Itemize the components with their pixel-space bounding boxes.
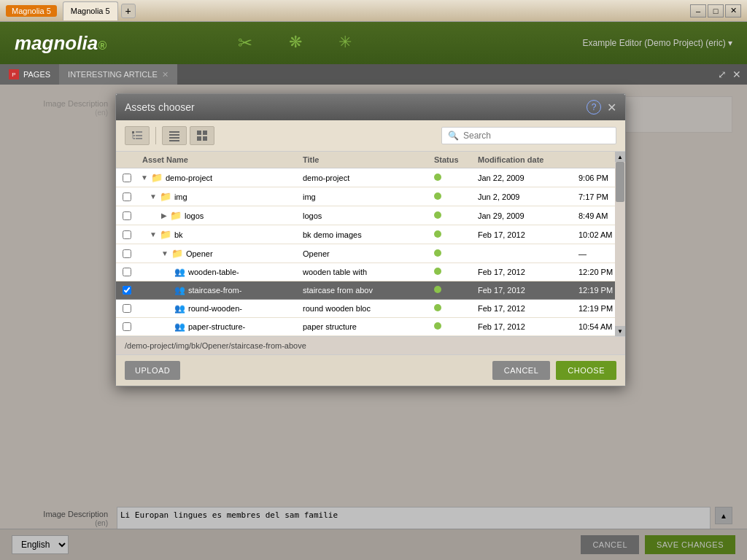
table-body: ▼ 📁 demo-project demo-project Jan 22, 20… <box>116 168 625 336</box>
row-status <box>430 192 473 202</box>
asset-name-text: img <box>174 192 187 201</box>
minimize-btn[interactable]: – <box>690 4 706 18</box>
row-checkbox[interactable] <box>116 230 138 239</box>
tree-view-btn[interactable] <box>125 126 150 145</box>
choose-button[interactable]: CHOOSE <box>556 361 616 380</box>
grid-view-icon <box>196 130 208 141</box>
row-date: Jun 2, 2009 <box>473 192 576 201</box>
table-row[interactable]: 👥 round-wooden- round wooden bloc Feb 17… <box>116 300 625 318</box>
maximize-btn[interactable]: □ <box>708 4 724 18</box>
search-input[interactable] <box>463 131 610 141</box>
table-row[interactable]: ▼ 📁 Opener Opener — <box>116 244 625 263</box>
svg-rect-10 <box>169 131 179 133</box>
win-close-icon[interactable]: ✕ <box>732 69 741 80</box>
expand-icon[interactable]: ▶ <box>161 211 167 219</box>
folder-icon: 📁 <box>170 210 182 221</box>
app-tab-bar: P PAGES INTERESTING ARTICLE ✕ ⤢ ✕ <box>0 64 747 85</box>
row-asset-name: 👥 wooden-table- <box>138 267 298 277</box>
cancel-button[interactable]: CANCEL <box>492 361 551 380</box>
asset-name-text: bk <box>174 230 183 239</box>
row-date: Jan 22, 2009 <box>473 174 576 182</box>
scrollbar-thumb[interactable] <box>616 162 624 202</box>
new-tab-btn[interactable]: + <box>121 4 136 18</box>
row-asset-name: ▼ 📁 bk <box>138 229 298 240</box>
dialog-header-actions: ? ✕ <box>587 100 616 114</box>
asset-people-icon: 👥 <box>174 267 185 277</box>
row-status <box>430 322 473 332</box>
table-row-selected[interactable]: 👥 staircase-from- staircase from abov Fe… <box>116 281 625 300</box>
row-title: bk demo images <box>298 230 430 239</box>
table-scrollbar[interactable]: ▲ ▼ <box>615 152 625 336</box>
row-checkbox[interactable] <box>116 286 138 295</box>
table-row[interactable]: ▼ 📁 bk bk demo images Feb 17, 2012 10:02… <box>116 225 625 244</box>
folder-icon: 📁 <box>160 229 171 240</box>
row-checkbox[interactable] <box>116 249 138 258</box>
row-checkbox[interactable] <box>116 268 138 276</box>
folder-icon: 📁 <box>151 172 163 183</box>
help-btn[interactable]: ? <box>587 100 601 114</box>
row-checkbox[interactable] <box>116 322 138 331</box>
tab-interesting-article[interactable]: INTERESTING ARTICLE ✕ <box>59 64 177 85</box>
pages-icon: P <box>9 69 19 79</box>
svg-rect-13 <box>169 140 179 141</box>
svg-rect-3 <box>136 135 142 136</box>
row-checkbox[interactable] <box>116 211 138 220</box>
row-asset-name: ▼ 📁 Opener <box>138 248 298 259</box>
header-asset-name: Asset Name <box>138 155 298 164</box>
header-title: Title <box>298 155 430 164</box>
tab-pages-label: PAGES <box>23 70 50 79</box>
table-row[interactable]: ▼ 📁 img img Jun 2, 2009 7:17 PM <box>116 187 625 206</box>
folder-icon: 📁 <box>171 248 183 259</box>
row-date: Feb 17, 2012 <box>473 230 576 239</box>
dialog-footer-right: CANCEL CHOOSE <box>492 361 616 380</box>
editor-info: Example Editor (Demo Project) (eric) ▾ <box>583 38 732 48</box>
row-checkbox[interactable] <box>116 174 138 182</box>
row-status <box>430 249 473 259</box>
row-title: staircase from abov <box>298 286 430 295</box>
toolbar-separator-1 <box>155 127 156 144</box>
row-status <box>430 285 473 295</box>
row-checkbox[interactable] <box>116 304 138 313</box>
asset-people-icon: 👥 <box>174 285 185 295</box>
row-status <box>430 173 473 183</box>
list-view-btn[interactable] <box>162 126 187 145</box>
upload-button[interactable]: UPLOAD <box>125 361 180 380</box>
tab-close-icon[interactable]: ✕ <box>162 70 169 79</box>
browser-controls: – □ ✕ <box>690 4 741 18</box>
row-date: Feb 17, 2012 <box>473 322 576 331</box>
asset-name-text: staircase-from- <box>188 286 241 295</box>
dialog-close-btn[interactable]: ✕ <box>607 101 616 114</box>
browser-tab-active[interactable]: Magnolia 5 <box>63 1 118 20</box>
scrollbar-down-arrow[interactable]: ▼ <box>615 326 625 336</box>
tab-pages[interactable]: P PAGES <box>0 64 59 85</box>
row-checkbox[interactable] <box>116 192 138 201</box>
grid-view-btn[interactable] <box>190 126 214 145</box>
expand-icon[interactable]: ▼ <box>150 192 157 201</box>
svg-rect-0 <box>132 131 134 133</box>
expand-icon[interactable]: ▼ <box>150 230 157 238</box>
row-date: Feb 17, 2012 <box>473 286 576 295</box>
tab-label: Magnolia 5 <box>71 7 110 15</box>
dialog-title: Assets chooser <box>125 101 195 113</box>
search-box[interactable]: 🔍 <box>441 127 616 144</box>
table-row[interactable]: 👥 wooden-table- wooden table with Feb 17… <box>116 263 625 281</box>
row-asset-name: 👥 staircase-from- <box>138 285 298 295</box>
close-btn[interactable]: ✕ <box>725 4 741 18</box>
table-row[interactable]: 👥 paper-structure- paper structure Feb 1… <box>116 318 625 336</box>
scissors-icon: ✂ <box>238 33 252 53</box>
asset-name-text: round-wooden- <box>188 304 242 313</box>
table-row[interactable]: ▶ 📁 logos logos Jan 29, 2009 8:49 AM <box>116 206 625 225</box>
table-row[interactable]: ▼ 📁 demo-project demo-project Jan 22, 20… <box>116 168 625 187</box>
scrollbar-track[interactable] <box>615 162 625 326</box>
scrollbar-up-arrow[interactable]: ▲ <box>615 152 625 162</box>
asset-name-text: Opener <box>186 249 213 258</box>
browser-logo-area: Magnolia 5 <box>6 5 57 17</box>
row-asset-name: ▼ 📁 img <box>138 191 298 202</box>
expand-icon[interactable]: ▼ <box>161 249 169 257</box>
expand-icon[interactable]: ▼ <box>141 174 148 182</box>
asset-table: Asset Name Title Status Modification dat… <box>116 152 625 336</box>
asset-people-icon: 👥 <box>174 303 185 314</box>
win-expand-icon[interactable]: ⤢ <box>718 69 727 80</box>
row-title: paper structure <box>298 322 430 331</box>
magnolia-logo: magnolia® <box>15 32 107 55</box>
